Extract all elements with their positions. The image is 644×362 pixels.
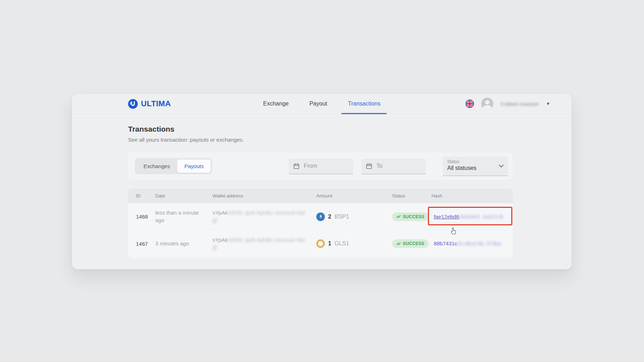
page-title: Transactions bbox=[128, 125, 513, 133]
gls1-gold-ring-icon bbox=[316, 239, 325, 248]
status-select-value: All statuses bbox=[447, 165, 504, 171]
redacted-hash-text: xh.d8cd.98, 878ba bbox=[457, 240, 501, 246]
date-from-placeholder: From bbox=[304, 163, 317, 169]
filter-bar: Exchanges Payouts From bbox=[128, 152, 513, 180]
redacted-wallet-text: gf bbox=[213, 217, 217, 223]
status-badge: SUCCESS bbox=[392, 239, 429, 248]
amount-currency: BSP1 bbox=[335, 214, 349, 220]
bsp1-rocket-coin-icon bbox=[316, 212, 325, 221]
col-hash: Hash bbox=[431, 193, 513, 199]
page-subtitle: See all yours transaction: payouts or ex… bbox=[128, 137, 513, 143]
transactions-table: ID Date Wallet address Amount Status Has… bbox=[128, 189, 513, 258]
date-to-placeholder: To bbox=[376, 163, 382, 169]
date-to-input[interactable]: To bbox=[361, 158, 426, 174]
main-navigation: Exchange Payout Transactions bbox=[263, 94, 381, 114]
type-switcher: Exchanges Payouts bbox=[135, 158, 212, 174]
amount-currency: GLS1 bbox=[335, 240, 349, 247]
col-id: ID bbox=[128, 193, 155, 199]
ultima-coin-icon bbox=[128, 99, 138, 109]
double-check-icon bbox=[396, 242, 401, 245]
wallet-address: sYpAkX9Xf5, tpvb AyKBLi Acmsnd nkd gf bbox=[213, 209, 311, 224]
col-status: Status bbox=[392, 193, 431, 199]
tab-payouts[interactable]: Payouts bbox=[177, 160, 211, 173]
tab-exchanges[interactable]: Exchanges bbox=[136, 160, 177, 173]
brand-name: ULTIMA bbox=[141, 99, 171, 108]
main-card: ULTIMA Exchange Payout Transactions bbox=[72, 94, 572, 269]
txn-id: 1467 bbox=[128, 241, 155, 247]
table-header-row: ID Date Wallet address Amount Status Has… bbox=[128, 189, 513, 203]
page-content: Transactions See all yours transaction: … bbox=[72, 114, 572, 258]
brand-logo[interactable]: ULTIMA bbox=[128, 99, 171, 109]
chevron-down-icon bbox=[499, 165, 504, 168]
calendar-icon bbox=[366, 163, 372, 170]
date-from-input[interactable]: From bbox=[289, 158, 353, 174]
amount: 2 BSP1 bbox=[316, 212, 387, 221]
status-select[interactable]: Status All statuses bbox=[443, 157, 508, 176]
hash-link[interactable]: 88b7431c bbox=[434, 240, 457, 246]
col-date: Date bbox=[155, 193, 213, 199]
txn-id: 1468 bbox=[128, 214, 155, 220]
txn-date: less than a minute ago bbox=[155, 209, 201, 224]
redacted-hash-text: xb0d9e5, 4ed15 ⧉ bbox=[459, 214, 503, 220]
redacted-wallet-text: gf bbox=[213, 244, 217, 250]
nav-exchange[interactable]: Exchange bbox=[263, 94, 289, 114]
app-header: ULTIMA Exchange Payout Transactions bbox=[72, 94, 572, 114]
user-avatar[interactable] bbox=[481, 98, 493, 110]
redacted-wallet-text: X9Xf5, tpvb AyKBLi Acmsnd nkd bbox=[228, 237, 305, 243]
amount-value: 1 bbox=[328, 240, 331, 247]
amount-value: 2 bbox=[328, 214, 331, 220]
user-name: Colleen Kautzer bbox=[501, 101, 539, 107]
double-check-icon bbox=[396, 215, 401, 218]
amount: 1 GLS1 bbox=[316, 239, 387, 248]
status-select-label: Status bbox=[447, 159, 504, 164]
txn-date: 3 minutes ago bbox=[155, 240, 201, 247]
nav-transactions[interactable]: Transactions bbox=[348, 94, 380, 114]
chevron-down-icon[interactable]: ▼ bbox=[546, 101, 550, 106]
nav-payout[interactable]: Payout bbox=[309, 94, 327, 114]
col-amount: Amount bbox=[316, 193, 392, 199]
hand-pointer-cursor bbox=[450, 227, 458, 235]
wallet-address: sYpAkX9Xf5, tpvb AyKBLi Acmsnd nkd gf bbox=[213, 236, 311, 251]
header-right: Colleen Kautzer ▼ bbox=[465, 98, 550, 110]
table-row: 1468 less than a minute ago sYpAkX9Xf5, … bbox=[128, 203, 513, 230]
redacted-wallet-text: X9Xf5, tpvb AyKBLi Acmsnd nkd bbox=[228, 210, 305, 216]
col-wallet: Wallet address bbox=[213, 193, 316, 199]
uk-flag-icon[interactable] bbox=[465, 99, 474, 108]
status-badge: SUCCESS bbox=[392, 212, 429, 221]
calendar-icon bbox=[293, 163, 300, 170]
hash-link[interactable]: fae12ebd6 bbox=[434, 214, 459, 220]
